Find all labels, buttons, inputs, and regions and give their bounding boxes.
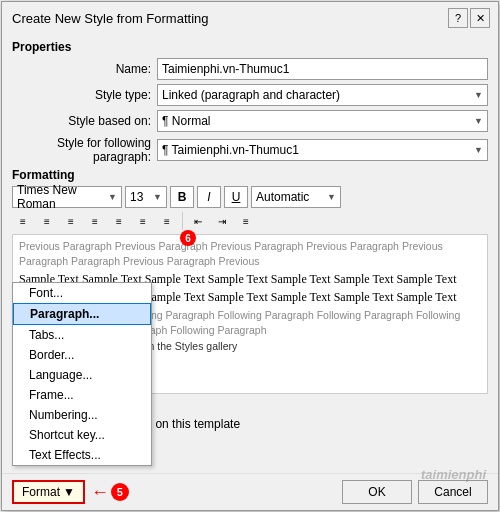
toolbar-separator	[182, 212, 183, 230]
formatting-section: Formatting Times New Roman ▼ 13 ▼ B I U …	[12, 168, 488, 231]
context-shortcut[interactable]: Shortcut key...	[13, 425, 151, 445]
style-based-arrow: ▼	[474, 116, 483, 126]
formatting-section-label: Formatting	[12, 168, 488, 182]
italic-button[interactable]: I	[197, 186, 221, 208]
indent-increase-button[interactable]: ⇥	[211, 211, 233, 231]
align-justify-button[interactable]: ≡	[84, 211, 106, 231]
align-left-button[interactable]: ≡	[12, 211, 34, 231]
style-type-label: Style type:	[12, 88, 157, 102]
context-language[interactable]: Language...	[13, 365, 151, 385]
align-4-button[interactable]: ≡	[156, 211, 178, 231]
bold-button[interactable]: B	[170, 186, 194, 208]
dialog: Create New Style from Formatting ? ✕ Pro…	[1, 1, 499, 511]
help-button[interactable]: ?	[448, 8, 468, 28]
context-tabs[interactable]: Tabs...	[13, 325, 151, 345]
context-numbering[interactable]: Numbering...	[13, 405, 151, 425]
list-button[interactable]: ≡	[235, 211, 257, 231]
color-select[interactable]: Automatic ▼	[251, 186, 341, 208]
style-type-arrow: ▼	[474, 90, 483, 100]
close-button[interactable]: ✕	[470, 8, 490, 28]
style-based-row: Style based on: ¶ Normal ▼	[12, 110, 488, 132]
step-badge: 6	[180, 230, 196, 246]
align-center-button[interactable]: ≡	[36, 211, 58, 231]
name-row: Name: Taimienphi.vn-Thumuc1	[12, 58, 488, 80]
title-bar: Create New Style from Formatting ? ✕	[2, 2, 498, 32]
style-following-label: Style for following paragraph:	[12, 136, 157, 164]
ok-button[interactable]: OK	[342, 480, 412, 504]
align-right-button[interactable]: ≡	[60, 211, 82, 231]
context-menu: Font... Paragraph... Tabs... Border... L…	[12, 282, 152, 466]
format-button[interactable]: Format ▼	[12, 480, 85, 504]
size-select[interactable]: 13 ▼	[125, 186, 167, 208]
align-2-button[interactable]: ≡	[108, 211, 130, 231]
align-toolbar: ≡ ≡ ≡ ≡ ≡ ≡ ≡ ⇤ ⇥ ≡	[12, 211, 488, 231]
properties-section-label: Properties	[12, 40, 488, 54]
format-dropdown: Format ▼ ← 5	[12, 480, 129, 504]
cancel-button[interactable]: Cancel	[418, 480, 488, 504]
align-3-button[interactable]: ≡	[132, 211, 154, 231]
name-input[interactable]: Taimienphi.vn-Thumuc1	[157, 58, 488, 80]
underline-button[interactable]: U	[224, 186, 248, 208]
name-label: Name:	[12, 62, 157, 76]
dialog-title: Create New Style from Formatting	[12, 11, 209, 26]
footer-buttons: OK Cancel	[342, 480, 488, 504]
context-paragraph[interactable]: Paragraph...	[13, 303, 151, 325]
indent-decrease-button[interactable]: ⇤	[187, 211, 209, 231]
context-border[interactable]: Border...	[13, 345, 151, 365]
context-frame[interactable]: Frame...	[13, 385, 151, 405]
font-select[interactable]: Times New Roman ▼	[12, 186, 122, 208]
context-text-effects[interactable]: Text Effects...	[13, 445, 151, 465]
step5-badge: 5	[111, 483, 129, 501]
style-based-label: Style based on:	[12, 114, 157, 128]
style-following-row: Style for following paragraph: ¶ Taimien…	[12, 136, 488, 164]
formatting-toolbar: Times New Roman ▼ 13 ▼ B I U Automatic ▼	[12, 186, 488, 208]
style-following-arrow: ▼	[474, 145, 483, 155]
preview-previous: Previous Paragraph Previous Paragraph Pr…	[19, 239, 481, 268]
style-type-select[interactable]: Linked (paragraph and character) ▼	[157, 84, 488, 106]
context-font[interactable]: Font...	[13, 283, 151, 303]
style-following-select[interactable]: ¶ Taimienphi.vn-Thumuc1 ▼	[157, 139, 488, 161]
style-type-row: Style type: Linked (paragraph and charac…	[12, 84, 488, 106]
title-buttons: ? ✕	[448, 8, 490, 28]
watermark: taimienphi	[421, 467, 486, 482]
style-based-select[interactable]: ¶ Normal ▼	[157, 110, 488, 132]
step5-arrow: ←	[91, 482, 109, 503]
